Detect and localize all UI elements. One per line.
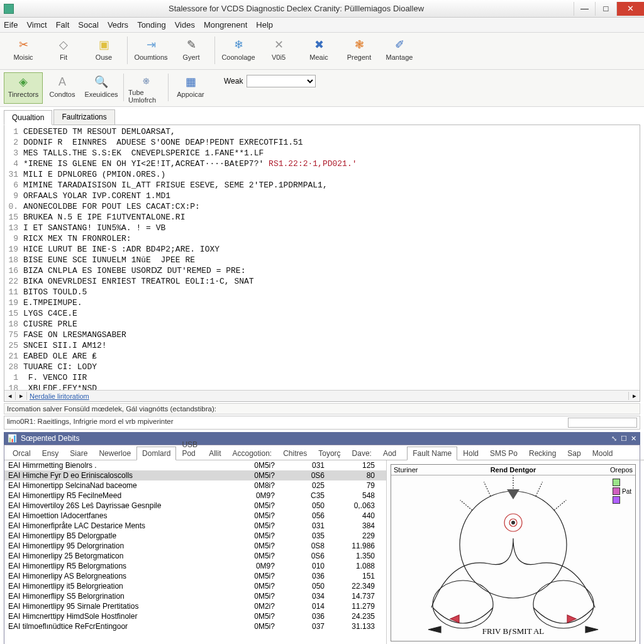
code-line[interactable]: 6MIMINE TARADAISISON IL_ATT FRISUE ESEVE… bbox=[4, 180, 640, 191]
toolbtn-moisic[interactable]: ✂Moisic bbox=[4, 35, 43, 67]
table-row[interactable]: EAI Himovertiloy 26S Leŝ Dayrissae Gesnp… bbox=[4, 501, 386, 511]
toolbtn-gyert[interactable]: ✎Gyert bbox=[172, 35, 211, 67]
menu-eife[interactable]: Eife bbox=[4, 20, 18, 30]
panel-close-icon[interactable]: ✕ bbox=[631, 435, 636, 443]
table-row[interactable]: EAI Himonertlipy B5 Delorgpatle0M5i?0352… bbox=[4, 531, 386, 541]
code-line[interactable]: 1 F. VENCO IIR bbox=[4, 372, 640, 383]
minimize-button[interactable]: — bbox=[574, 2, 595, 16]
editor-hscroll[interactable]: ◂ ▸ Nerdalie liritoratiom ▸ bbox=[4, 390, 640, 401]
table-row[interactable]: EAI Himonerlipy AS Belorgneations0M5i?03… bbox=[4, 571, 386, 581]
table-row[interactable]: EAI Himonertlipy 95 Sirnale Prertitatios… bbox=[4, 601, 386, 611]
toolbtn-appoicar[interactable]: ▦Appoicar bbox=[171, 72, 210, 104]
toolbtn-meaic[interactable]: ✖Meaic bbox=[299, 35, 338, 67]
subtab-ensy[interactable]: Ensy bbox=[36, 447, 65, 460]
toolbtn-coonolage[interactable]: ❄Coonolage bbox=[219, 35, 258, 67]
table-row[interactable]: EAI Himonerlipy 25 Betorgmaticon0M5i?0S6… bbox=[4, 551, 386, 561]
scroll-end-button[interactable]: ▸ bbox=[628, 392, 640, 400]
menu-vedrs[interactable]: Vedrs bbox=[108, 20, 128, 30]
code-line[interactable]: 15LYGS C4CE.E bbox=[4, 308, 640, 319]
toolbtn-mantage[interactable]: ✐Mantage bbox=[380, 35, 419, 67]
code-line[interactable]: 31MILI E DPNLOREG (PMION.ORES.) bbox=[4, 169, 640, 180]
code-line[interactable]: 18 XBLEDE.EEY*NSD bbox=[4, 383, 640, 390]
toolbtn-pregent[interactable]: ❃Pregent bbox=[340, 35, 379, 67]
code-line[interactable]: 21EABED OLE ARE ₤ bbox=[4, 351, 640, 362]
code-line[interactable]: 3MES TALLS.THE S.S:EK CNEVEPLSPERICE 1.F… bbox=[4, 148, 640, 158]
code-line[interactable]: 75FASE ON LRESMANGSABER bbox=[4, 330, 640, 340]
weak-select[interactable] bbox=[247, 75, 316, 87]
subtab-moold[interactable]: Moold bbox=[587, 447, 619, 460]
menu-vides[interactable]: Vides bbox=[175, 20, 195, 30]
table-row[interactable]: EAI Himcnerttipy HimdSole Hostfinoler0M5… bbox=[4, 611, 386, 621]
code-line[interactable]: 9ORFAALS YOLAR IVP.CORENT 1.MD1 bbox=[4, 191, 640, 201]
table-row[interactable]: EAI Himrmetting Bienolrs .0M5i?031125 bbox=[4, 460, 386, 470]
subtab-faultname[interactable]: Fault Name bbox=[407, 447, 457, 460]
menu-falt[interactable]: Falt bbox=[56, 20, 70, 30]
table-row[interactable]: EAI Himche Fyr D eo Eriniscaloscolls0M5i… bbox=[4, 470, 386, 480]
editor-link[interactable]: Nerdalie liritoratiom bbox=[30, 392, 89, 400]
subtab-aod[interactable]: Aod bbox=[377, 447, 402, 460]
subtab-hold[interactable]: Hold bbox=[457, 447, 484, 460]
toolbtn-exeuidices[interactable]: 🔍Exeuidices bbox=[82, 72, 121, 104]
code-line[interactable]: 0.ANONECOLDBE FOR POUT LES CACAT:CX:P: bbox=[4, 201, 640, 212]
toolbtn-condtos[interactable]: ACondtos bbox=[43, 72, 82, 104]
subtab-allit[interactable]: Allit bbox=[203, 447, 226, 460]
panel-expand-icon[interactable]: ⤡ bbox=[611, 435, 617, 443]
code-line[interactable]: 25SNCEI SII.I AM12! bbox=[4, 340, 640, 351]
close-button[interactable]: ✕ bbox=[616, 2, 644, 16]
subtab-orcal[interactable]: Orcal bbox=[7, 447, 36, 460]
menu-help[interactable]: Help bbox=[256, 20, 273, 30]
menu-socal[interactable]: Socal bbox=[78, 20, 99, 30]
subtab-siare[interactable]: Siare bbox=[64, 447, 93, 460]
table-row[interactable]: EAI Himonertlipy 95 Delorgrination0M5i?0… bbox=[4, 541, 386, 551]
subtab-sap[interactable]: Sap bbox=[562, 447, 586, 460]
subtab-toyor[interactable]: Toyorç bbox=[313, 447, 346, 460]
code-line[interactable]: 18CIUSRE PRLE bbox=[4, 319, 640, 330]
toolbtn-ouse[interactable]: ▣Ouse bbox=[84, 35, 123, 67]
toolbtn-tube umlofrch[interactable]: ⎈Tube Umlofrch bbox=[126, 72, 165, 104]
code-line[interactable]: 22BIKA ONEVRLDESI ENRIEST TREATROL EOLI:… bbox=[4, 276, 640, 287]
toolbtn-v0i5[interactable]: ✕V0i5 bbox=[259, 35, 298, 67]
code-line[interactable]: 9RICX MEX TN FRONROLER: bbox=[4, 233, 640, 244]
table-row[interactable]: EAI Himonertipp SelcinaNad baceome0M8i?0… bbox=[4, 480, 386, 491]
subtab-chitres[interactable]: Chitres bbox=[277, 447, 313, 460]
code-line[interactable]: 19HICE LURUT BE INE·S :ADR BD4P2;ARE. IO… bbox=[4, 244, 640, 255]
tab-faultrizations[interactable]: Faultrizations bbox=[53, 109, 114, 125]
menu-mongrenent[interactable]: Mongrenent bbox=[204, 20, 247, 30]
toolbtn-tinrectors[interactable]: ◈Tinrectors bbox=[4, 72, 43, 104]
toolbtn-ooumtions[interactable]: ⇥Ooumtions bbox=[131, 35, 170, 67]
subtab-newerloe[interactable]: Newerloe bbox=[93, 447, 136, 460]
subtab-dave[interactable]: Dave: bbox=[347, 447, 377, 460]
code-line[interactable]: 1CEDESETED TM RESOUT DEMLOARSAT, bbox=[4, 126, 640, 137]
table-row[interactable]: EAI Himonerflipy S5 Belorgrination0M5i?0… bbox=[4, 591, 386, 601]
code-editor[interactable]: 1CEDESETED TM RESOUT DEMLOARSAT,2DODNIF … bbox=[4, 125, 640, 390]
code-line[interactable]: 19E.TMPEIMUPE. bbox=[4, 297, 640, 308]
table-row[interactable]: EAI Himoettion IAdocertfanes0M5i?056440 bbox=[4, 511, 386, 521]
table-row[interactable]: EAI Himonertlipy R5 Belorgmations0M9?010… bbox=[4, 561, 386, 571]
toolbtn-fit[interactable]: ◇Fit bbox=[44, 35, 83, 67]
table-row[interactable]: EAI Himonertlipy R5 FecilneMeed0M9?C3554… bbox=[4, 491, 386, 501]
table-pane[interactable]: EAI Himrmetting Bienolrs .0M5i?031125EAI… bbox=[4, 460, 387, 644]
maximize-button[interactable]: □ bbox=[595, 2, 616, 16]
code-line[interactable]: 4*IRENE IS GLENE EN OH YI<2E!IT,ACREAT··… bbox=[4, 158, 640, 169]
code-line[interactable]: 15BRUKEA N.5 E IPE F1UTVENTALONE.RI bbox=[4, 212, 640, 223]
code-line[interactable]: 11BITOS TOULD.5 bbox=[4, 287, 640, 297]
code-line[interactable]: 13I ET SANSTANG! IUN5%A. ! = VB bbox=[4, 223, 640, 233]
menu-tonding[interactable]: Tonding bbox=[137, 20, 166, 30]
code-line[interactable]: 28TUUARE CI: LODY bbox=[4, 362, 640, 372]
code-line[interactable]: 2DODNIF R EINNRES ADUESE S'OONE DEAP!PED… bbox=[4, 137, 640, 148]
subtab-accogotion[interactable]: Accogotion: bbox=[226, 447, 277, 460]
menu-vimct[interactable]: Vimct bbox=[26, 20, 47, 30]
panel-max-icon[interactable]: ☐ bbox=[621, 435, 627, 443]
scroll-left-button[interactable]: ◂ bbox=[4, 392, 16, 400]
subtab-usbpod[interactable]: USB Pod bbox=[176, 438, 203, 460]
tab-quualtion[interactable]: Quualtion bbox=[4, 110, 52, 125]
subtab-recking[interactable]: Recking bbox=[523, 447, 562, 460]
scroll-right-button[interactable]: ▸ bbox=[16, 392, 27, 400]
subtab-domlard[interactable]: Domlard bbox=[136, 447, 176, 460]
table-row[interactable]: EAI Himonerfipråte LAC Destarice Ments0M… bbox=[4, 521, 386, 531]
table-row[interactable]: EAI Himonertlipy it5 Belorgrieation0M5i?… bbox=[4, 581, 386, 591]
info-input-box[interactable] bbox=[568, 418, 637, 428]
code-line[interactable]: 18BISE EUNE SCE IUNUELM 1NŭE JPEE RE bbox=[4, 255, 640, 265]
subtab-smspo[interactable]: SMS Po bbox=[484, 447, 523, 460]
code-line[interactable]: 16BIZA CNLPLA ES IONEBE USORǱ DUT'REMED … bbox=[4, 265, 640, 276]
